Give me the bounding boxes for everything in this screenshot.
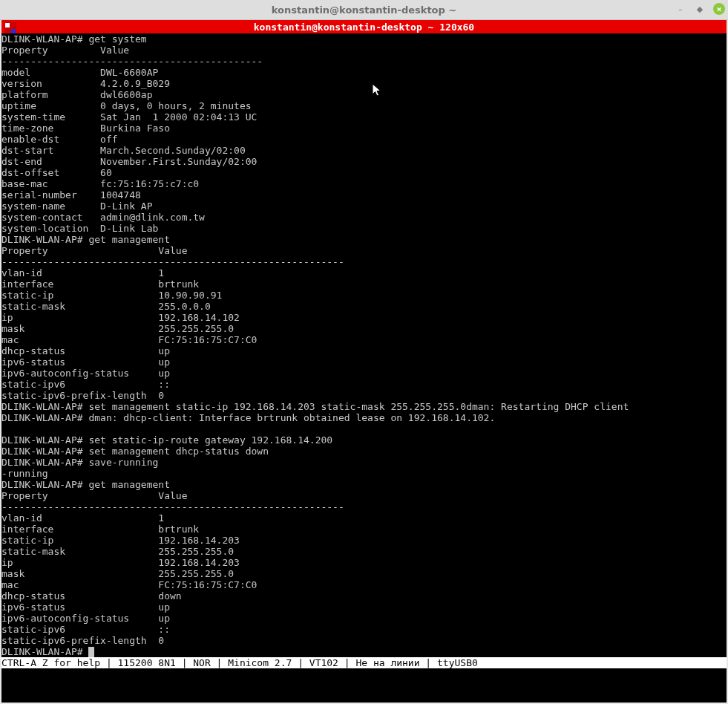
application-window: konstantin@konstantin-desktop ~ – ◆ × ko…	[0, 0, 728, 704]
minicom-statusbar: CTRL-A Z for help | 115200 8N1 | NOR | M…	[1, 657, 727, 668]
maximize-button[interactable]: ◆	[694, 3, 706, 15]
terminal-output: DLINK-WLAN-AP# get system Property Value…	[1, 33, 727, 657]
terminal-title: konstantin@konstantin-desktop ~ 120x60	[254, 22, 474, 33]
window-titlebar[interactable]: konstantin@konstantin-desktop ~ – ◆ ×	[0, 0, 728, 20]
minimize-button[interactable]: –	[675, 3, 686, 15]
terminal-container: konstantin@konstantin-desktop ~ 120x60 D…	[0, 20, 728, 704]
window-title: konstantin@konstantin-desktop ~	[272, 4, 457, 16]
terminal-titlebar: konstantin@konstantin-desktop ~ 120x60	[1, 20, 727, 33]
terminal-body[interactable]: DLINK-WLAN-AP# get system Property Value…	[1, 33, 727, 703]
terminal-cursor	[88, 647, 94, 657]
svg-rect-1	[5, 23, 10, 27]
window-controls: – ◆ ×	[675, 3, 725, 15]
terminal-app-icon	[4, 22, 16, 34]
close-button[interactable]: ×	[713, 3, 725, 15]
